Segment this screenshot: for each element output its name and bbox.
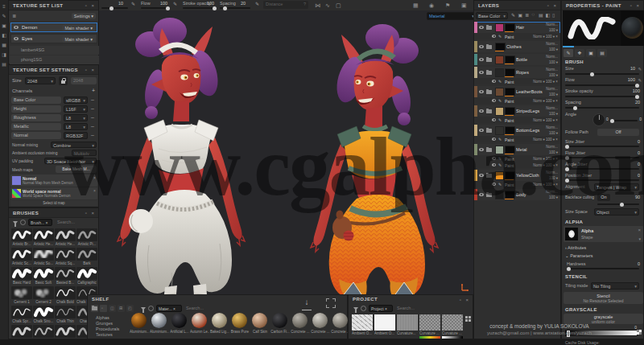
parameters-toggle[interactable]: ⌄ Parameters [565, 253, 593, 258]
channel-format-4[interactable]: RGB32F▾ [64, 132, 88, 139]
lock-button[interactable] [59, 76, 68, 85]
shelf-folder-icon[interactable] [91, 305, 98, 312]
shelf-material[interactable]: Concrete ... [311, 313, 330, 337]
brush-item[interactable]: Basted B... [55, 267, 76, 285]
navigation-gizmo[interactable] [460, 281, 472, 292]
brush-item[interactable]: Calligraphic [76, 267, 97, 285]
texture-set-list-header[interactable]: TEXTURE SET LIST▫ × [9, 1, 98, 10]
material-row-phong1SG[interactable]: phong1SG [10, 55, 99, 64]
mesh-map-normal[interactable]: NormalNormal Map from Mesh Demon× [10, 175, 97, 187]
shelf-i3-icon[interactable]: ◫ [109, 305, 116, 312]
brush-item[interactable]: Artistic He... [33, 228, 54, 247]
layer-ropes[interactable]: RopesNorm...100 ▾✎PaintNorm ▾ 100 ▾ × [474, 67, 560, 84]
layers-toolbar-icon-0[interactable]: ✎ [511, 12, 515, 18]
alignment-dropdown[interactable]: Tangent | Wrap▾ [594, 183, 639, 191]
angle-slider[interactable] [610, 120, 638, 121]
size-dropdown[interactable]: 2048▾ [25, 77, 56, 84]
brush-item[interactable]: Cement 2 [33, 286, 54, 305]
brush-item[interactable]: Bark [76, 248, 97, 266]
shelf-filter-tag[interactable]: Mater... × [156, 305, 182, 312]
project-filter-icon[interactable] [353, 307, 358, 310]
brush-item[interactable]: Chalk Stro... [33, 306, 54, 324]
channel-remove-2[interactable]: – [91, 113, 94, 121]
settings-icon[interactable]: ◉ [429, 2, 434, 9]
brush-item[interactable]: Basic Soft [33, 267, 54, 285]
project-filter-circle[interactable] [361, 306, 366, 311]
layer-leatherboots[interactable]: LeatherBootsNorm...100 ▾✎PaintNorm ▾ 100… [474, 86, 560, 104]
size-space-dropdown[interactable]: Object▾ [594, 208, 639, 216]
shelf-download-icon[interactable]: ↓ [302, 297, 312, 310]
tool-strip-icon-0[interactable]: ≡ [1, 3, 7, 10]
prop-pen-icon[interactable]: ✎ [638, 66, 642, 73]
layer-hair[interactable]: HairNorm...100 ▾✎PaintNorm ▾ 100 ▾ × [474, 22, 560, 39]
brush-tab[interactable]: ✎ [564, 49, 573, 57]
project-header[interactable]: PROJECT▫ × [349, 295, 473, 303]
layer-paint-row[interactable]: ✎PaintNorm ▾ 100 ▾ × [474, 78, 560, 84]
bake-mesh-maps-button[interactable]: Bake Mesh M... [56, 166, 97, 173]
layer-body[interactable]: BodyNorm...100 ▾ [474, 189, 560, 200]
channel-format-2[interactable]: L8▾ [64, 114, 88, 121]
texture-set-row-eyes[interactable]: EyesMain shader ▾ [10, 34, 97, 43]
perspective-icon[interactable]: ▦ [413, 2, 419, 9]
project-filter-tag[interactable]: Project × [369, 305, 393, 312]
prop-slider[interactable] [565, 73, 639, 75]
project-item[interactable]: Curvature... [397, 314, 418, 339]
shelf-expand-icon[interactable] [326, 298, 336, 308]
channel-remove-0[interactable]: – [91, 96, 94, 103]
material-row-lambert4SG[interactable]: lambert4SG [10, 46, 99, 55]
shelf-material[interactable]: Carbon Fi... [270, 313, 290, 337]
shading-mode-dropdown[interactable]: Material▾ [427, 12, 477, 20]
layer-paint-row[interactable]: ✎PaintNorm ▾ 100 ▾ × [474, 97, 560, 104]
main-shader-dropdown[interactable]: Main shader ▾ [62, 25, 95, 31]
channel-format-1[interactable]: L16F▾ [64, 105, 88, 113]
brush-item[interactable]: Artistic Pi... [76, 228, 97, 247]
layers-toolbar-icon-5[interactable]: ◧ [546, 12, 551, 18]
channel-remove-1[interactable]: – [91, 105, 94, 112]
brush-item[interactable]: Artistic He... [55, 228, 76, 247]
brushes-header[interactable]: BRUSHES▫ × [9, 208, 98, 218]
tool-strip-icon-3[interactable]: ◧ [1, 32, 7, 39]
mesh-map-wsn[interactable]: World space normalWorld Space Normals De… [10, 187, 97, 199]
project-grid-view-icon[interactable] [465, 316, 468, 318]
layer-bottle[interactable]: BottleNorm...100 ▾ [474, 54, 560, 65]
tool-strip-icon-4[interactable]: ▦ [1, 42, 7, 48]
texture-set-settings-header[interactable]: TEXTURE SET SETTINGS▫ × [9, 65, 98, 75]
symmetry-icon[interactable]: ⋈ [315, 2, 320, 9]
stencil-button[interactable]: StencilNo Resource Selected [564, 292, 643, 304]
shelf-material[interactable]: Aluminium... [150, 313, 169, 337]
layers-toolbar-icon-4[interactable]: ▤ [539, 12, 543, 18]
brush-item[interactable]: Artistic Sq... [55, 248, 76, 266]
texture-set-row-demon[interactable]: DemonMain shader ▾ [10, 23, 97, 32]
brush-item[interactable]: Artistic So... [33, 248, 54, 266]
channel-selector-dropdown[interactable]: Base Color▾ [476, 12, 508, 19]
layer-paint-row[interactable]: ✎PaintNorm ▾ 100 ▾ × [474, 33, 560, 39]
particles-tab[interactable]: ❖ [575, 49, 584, 57]
project-item[interactable]: Ambient O... [374, 314, 395, 339]
ao-mixing-dropdown[interactable]: Multiply [72, 150, 97, 156]
project-item[interactable]: Ambient O... [352, 314, 373, 339]
brush-item[interactable] [11, 325, 32, 339]
jitter-slider[interactable] [565, 157, 639, 158]
layer-paint-row[interactable]: ✎PaintNorm ▾ 100 ▾ × [474, 155, 560, 162]
layers-toolbar-icon-3[interactable]: ◌ [532, 12, 535, 17]
brush-item[interactable]: Chalk Bold [55, 286, 76, 305]
shelf-search-input[interactable]: Search... [186, 306, 204, 310]
shelf-material[interactable]: Concrete ... [291, 313, 310, 337]
material-tab[interactable]: ▤ [597, 49, 607, 57]
brush-search-input[interactable]: Search... [57, 220, 75, 224]
jitter-slider[interactable] [565, 168, 639, 170]
backface-toggle[interactable]: On [597, 194, 610, 201]
layer-paint-row[interactable]: ✎PaintNorm ▾ 100 ▾ × [474, 181, 560, 187]
jitter-slider[interactable] [565, 179, 639, 181]
grayscale-picker-icon[interactable] [637, 330, 642, 335]
attributes-toggle[interactable]: › Attributes [565, 245, 586, 250]
mesh-map-remove-1[interactable]: × [93, 188, 96, 193]
channel-remove-4[interactable]: – [91, 131, 94, 138]
channel-format-3[interactable]: L8▾ [64, 123, 88, 130]
uv-padding-dropdown[interactable]: 3D Space Neighbor▾ [44, 158, 97, 164]
flag-icon[interactable]: ⚑ [445, 2, 450, 9]
channel-name-4[interactable]: Normal [11, 132, 61, 139]
channel-remove-3[interactable]: – [91, 122, 94, 129]
layer-yellowcloth[interactable]: YellowClothNorm...100 ▾✎PaintNorm ▾ 100 … [474, 170, 560, 187]
shelf-i4-icon[interactable]: ⊞ [118, 305, 125, 312]
